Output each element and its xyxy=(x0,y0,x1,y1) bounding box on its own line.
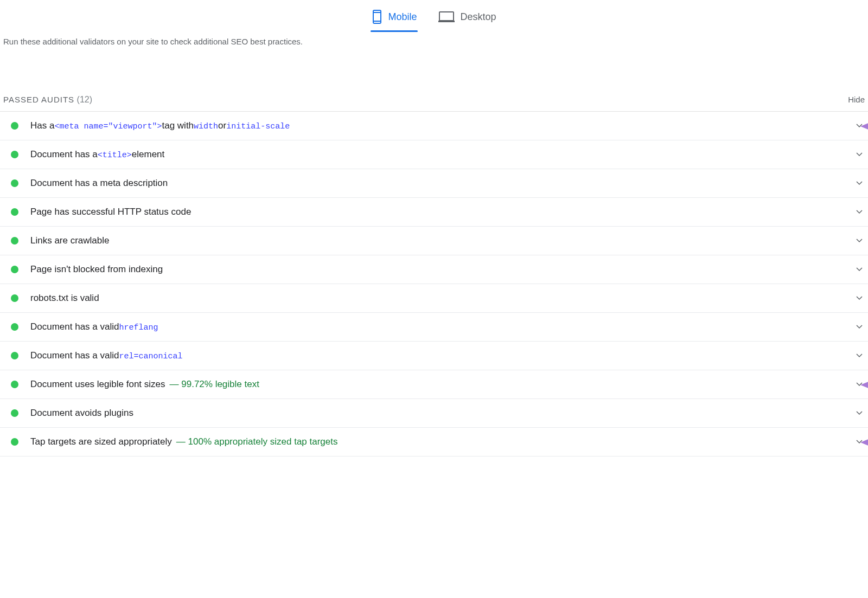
audit-title: Has a <meta name="viewport"> tag with wi… xyxy=(30,120,851,131)
audit-title: Document has a meta description xyxy=(30,178,851,189)
chevron-down-icon xyxy=(856,323,863,331)
chevron-down-icon xyxy=(856,266,863,273)
svg-marker-8 xyxy=(860,380,868,390)
audit-title: Document has a <title> element xyxy=(30,149,851,160)
chevron-down-icon xyxy=(856,294,863,302)
svg-marker-6 xyxy=(860,121,868,131)
tab-desktop-label: Desktop xyxy=(460,11,496,23)
audit-row[interactable]: Document uses legible font sizes — 99.72… xyxy=(0,370,868,399)
annotation-arrow-icon xyxy=(860,438,868,445)
mobile-icon xyxy=(372,10,382,24)
section-header: PASSED AUDITS (12) Hide xyxy=(0,95,868,111)
device-tabs: Mobile Desktop xyxy=(0,0,868,31)
pass-indicator-icon xyxy=(11,208,18,216)
audit-row[interactable]: Document has a meta description xyxy=(0,169,868,198)
pass-indicator-icon xyxy=(11,352,18,359)
chevron-down-icon xyxy=(856,409,863,417)
audit-title: Links are crawlable xyxy=(30,235,851,246)
section-title: PASSED AUDITS xyxy=(3,95,74,104)
chevron-down-icon xyxy=(856,208,863,216)
chevron-down-icon xyxy=(856,179,863,187)
audit-score: — 100% appropriately sized tap targets xyxy=(176,436,338,447)
pass-indicator-icon xyxy=(11,151,18,158)
pass-indicator-icon xyxy=(11,294,18,302)
audit-title: Page has successful HTTP status code xyxy=(30,207,851,217)
svg-marker-10 xyxy=(860,438,868,447)
audit-row[interactable]: Document has a valid rel=canonical xyxy=(0,342,868,370)
audit-row[interactable]: Has a <meta name="viewport"> tag with wi… xyxy=(0,112,868,140)
svg-rect-3 xyxy=(439,12,454,21)
audit-row[interactable]: Document has a valid hreflang xyxy=(0,313,868,342)
desktop-icon xyxy=(438,11,455,23)
audit-row[interactable]: Tap targets are sized appropriately — 10… xyxy=(0,428,868,456)
pass-indicator-icon xyxy=(11,381,18,388)
audit-title: robots.txt is valid xyxy=(30,293,851,304)
audit-title: Document avoids plugins xyxy=(30,408,851,419)
hide-button[interactable]: Hide xyxy=(848,95,865,104)
tab-mobile[interactable]: Mobile xyxy=(372,7,417,27)
audit-list: Has a <meta name="viewport"> tag with wi… xyxy=(0,112,868,456)
audit-row[interactable]: Document avoids plugins xyxy=(0,399,868,428)
audit-row[interactable]: robots.txt is valid xyxy=(0,284,868,313)
pass-indicator-icon xyxy=(11,438,18,446)
audit-row[interactable]: Page has successful HTTP status code xyxy=(0,198,868,227)
audit-title: Document uses legible font sizes — 99.72… xyxy=(30,379,851,390)
pass-indicator-icon xyxy=(11,409,18,417)
tab-desktop[interactable]: Desktop xyxy=(438,7,496,27)
intro-text: Run these additional validators on your … xyxy=(0,31,868,52)
annotation-arrow-icon xyxy=(860,380,868,388)
audit-row[interactable]: Document has a <title> element xyxy=(0,140,868,169)
tab-mobile-label: Mobile xyxy=(388,11,417,23)
pass-indicator-icon xyxy=(11,237,18,245)
audit-score: — 99.72% legible text xyxy=(170,379,259,390)
annotation-arrow-icon xyxy=(860,121,868,129)
audit-title: Tap targets are sized appropriately — 10… xyxy=(30,436,851,447)
chevron-down-icon xyxy=(856,237,863,245)
chevron-down-icon xyxy=(856,352,863,359)
audit-row[interactable]: Page isn't blocked from indexing xyxy=(0,255,868,284)
pass-indicator-icon xyxy=(11,323,18,331)
chevron-down-icon xyxy=(856,151,863,158)
pass-indicator-icon xyxy=(11,266,18,273)
audit-title: Page isn't blocked from indexing xyxy=(30,264,851,275)
section-count: (12) xyxy=(77,95,92,104)
pass-indicator-icon xyxy=(11,179,18,187)
pass-indicator-icon xyxy=(11,122,18,130)
svg-rect-4 xyxy=(438,21,455,22)
audit-title: Document has a valid rel=canonical xyxy=(30,350,851,361)
audit-row[interactable]: Links are crawlable xyxy=(0,227,868,255)
audit-title: Document has a valid hreflang xyxy=(30,321,851,332)
